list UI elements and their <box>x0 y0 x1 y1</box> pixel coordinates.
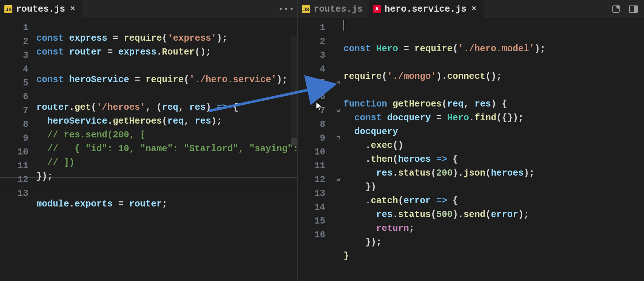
t: () <box>393 140 404 151</box>
line-number: 13 <box>298 187 333 201</box>
t: './hero.service' <box>189 75 277 85</box>
t <box>36 116 47 127</box>
line-gutter-right: 1 2 3 4 5 6 7 8 9 10 11 12 13 14 15 16 <box>298 18 333 281</box>
t: ); <box>524 168 534 178</box>
line-number: 1 <box>0 21 36 35</box>
t: ). <box>436 71 447 82</box>
t <box>36 130 47 140</box>
line-number: 6 <box>298 90 333 104</box>
t: then <box>371 154 393 165</box>
fold-toggle-icon[interactable]: ⊟ <box>333 132 343 145</box>
t: ( <box>485 209 491 220</box>
t: getHeroes <box>393 99 442 109</box>
line-number: 4 <box>0 63 36 76</box>
t: ( <box>382 71 387 82</box>
t: getHeroes <box>113 116 162 127</box>
minimap-left[interactable] <box>291 36 297 145</box>
t: const <box>354 113 382 123</box>
t: ); <box>211 116 222 127</box>
t: . <box>107 116 113 127</box>
t: 200 <box>436 168 453 178</box>
t: = <box>107 47 118 57</box>
t: ); <box>534 44 545 54</box>
t: req <box>447 99 464 109</box>
t: heroService <box>64 75 135 85</box>
t: exec <box>371 140 393 151</box>
t: }); <box>365 237 382 248</box>
t <box>36 59 297 73</box>
line-number: 8 <box>0 118 36 132</box>
tab-hero-service-js[interactable]: A hero.service.js × <box>369 0 484 18</box>
t: ) { <box>491 99 507 109</box>
t: ); <box>518 209 529 220</box>
line-number: 9 <box>298 132 333 145</box>
line-number: 14 <box>298 201 333 214</box>
t: const <box>343 44 371 54</box>
t: . <box>469 113 474 123</box>
t <box>371 44 376 54</box>
t: const <box>36 75 64 85</box>
tab-bar-right: JS routes.js A hero.service.js × <box>298 0 644 18</box>
line-number: 11 <box>298 159 333 173</box>
t: // ]) <box>47 157 75 168</box>
line-number: 16 <box>298 228 333 242</box>
close-icon[interactable]: × <box>470 5 478 13</box>
t: ( <box>431 168 436 178</box>
t: express <box>69 33 107 44</box>
t: res <box>189 102 206 113</box>
tab-routes-js-right[interactable]: JS routes.js <box>298 0 369 18</box>
t <box>36 157 47 168</box>
t: ({}); <box>496 113 524 123</box>
close-icon[interactable]: × <box>69 5 76 13</box>
line-gutter-left: 1 2 3 4 5 6 7 8 9 10 11 12 13 <box>0 18 36 281</box>
t: ( <box>398 196 404 206</box>
t: heroes <box>398 154 431 165</box>
t <box>343 127 354 137</box>
line-number: 3 <box>0 49 36 63</box>
line-number: 2 <box>0 35 36 49</box>
t: const <box>36 47 64 57</box>
code-area-right[interactable]: 1 2 3 4 5 6 7 8 9 10 11 12 13 14 15 16 ⊟ <box>298 18 644 281</box>
line-number: 11 <box>0 159 36 173</box>
code-area-left[interactable]: 1 2 3 4 5 6 7 8 9 10 11 12 13 const expr… <box>0 18 297 281</box>
split-editor-icon[interactable] <box>628 4 639 15</box>
t: connect <box>447 71 485 82</box>
t: }); <box>36 171 53 182</box>
line-number: 1 <box>298 21 333 35</box>
fold-toggle-icon[interactable]: ⊟ <box>333 173 343 187</box>
t: get <box>75 102 91 113</box>
t <box>343 196 365 206</box>
line-number: 5 <box>298 76 333 90</box>
t: send <box>464 209 485 220</box>
more-icon[interactable]: ••• <box>281 4 292 15</box>
code-content-left[interactable]: const express = require('express'); cons… <box>36 18 297 281</box>
t: // res.send(200, [ <box>47 130 146 140</box>
t: 'express' <box>167 33 216 44</box>
tab-label: routes.js <box>314 4 363 15</box>
tab-routes-js[interactable]: JS routes.js × <box>0 0 82 18</box>
t <box>343 56 545 70</box>
fold-toggle-icon[interactable]: ⊟ <box>333 104 343 118</box>
t: return <box>376 223 409 234</box>
t: res <box>474 99 491 109</box>
t: docquery <box>354 127 398 137</box>
t: find <box>474 113 496 123</box>
line-number: 4 <box>298 63 333 76</box>
t: heroService <box>47 116 107 127</box>
js-icon: JS <box>4 5 12 13</box>
t: express <box>118 47 156 57</box>
t <box>343 209 376 220</box>
t: = <box>398 44 414 54</box>
code-content-right[interactable]: const Hero = require('./hero.model'); re… <box>343 18 644 281</box>
t: , <box>178 102 189 113</box>
line-number: 12 <box>0 173 36 187</box>
line-number: 15 <box>298 214 333 228</box>
show-changes-icon[interactable] <box>611 4 621 15</box>
line-number: 7 <box>298 104 333 118</box>
t: Hero <box>447 113 469 123</box>
t: . <box>393 209 398 220</box>
t: . <box>393 168 398 178</box>
t <box>343 168 376 178</box>
t: '/heroes' <box>96 102 146 113</box>
fold-toggle-icon[interactable]: ⊟ <box>333 76 343 90</box>
